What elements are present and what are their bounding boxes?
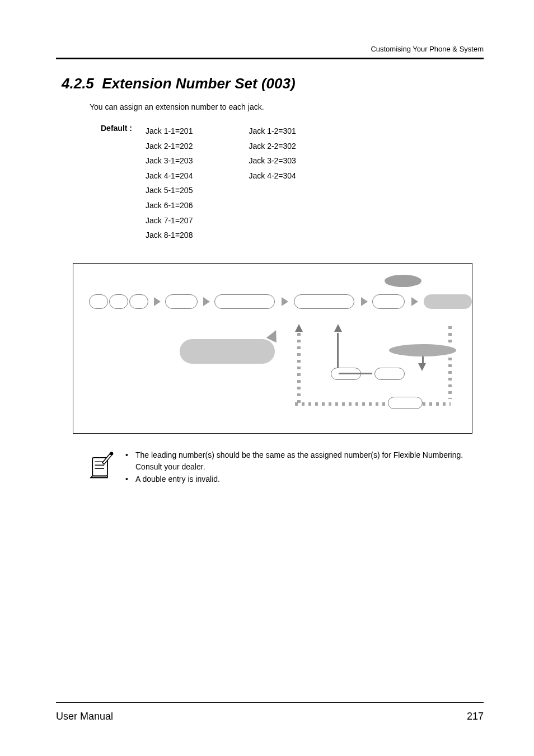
svg-point-4 bbox=[110, 452, 113, 455]
arrow-right-icon bbox=[203, 297, 210, 306]
arrow-right-icon bbox=[361, 297, 368, 306]
key-shape-large bbox=[180, 339, 275, 364]
defaults-col-1: Jack 1-1=201 Jack 2-1=202 Jack 3-1=203 J… bbox=[146, 124, 193, 243]
default-item: Jack 2-2=302 bbox=[249, 139, 296, 154]
dotted-line-vertical bbox=[448, 358, 452, 399]
key-shape bbox=[294, 294, 354, 309]
down-arrow-icon bbox=[418, 363, 426, 371]
header-breadcrumb: Customising Your Phone & System bbox=[56, 45, 484, 53]
note-text: A double entry is invalid. bbox=[135, 473, 220, 486]
section-intro: You can assign an extension number to ea… bbox=[90, 102, 484, 111]
up-arrow-icon bbox=[334, 324, 342, 332]
ellipse-shape bbox=[389, 344, 456, 356]
default-item: Jack 5-1=205 bbox=[146, 183, 193, 198]
key-shape bbox=[165, 294, 198, 309]
key-shape bbox=[424, 294, 472, 309]
section-title-text: Extension Number Set (003) bbox=[102, 75, 295, 92]
footer-title: User Manual bbox=[56, 711, 113, 722]
key-shape bbox=[374, 368, 405, 380]
section-heading: 4.2.5 Extension Number Set (003) bbox=[62, 75, 484, 92]
default-item: Jack 1-2=301 bbox=[249, 124, 296, 139]
key-shape bbox=[214, 294, 275, 309]
defaults-block: Default : Jack 1-1=201 Jack 2-1=202 Jack… bbox=[101, 124, 484, 243]
defaults-col-2: Jack 1-2=301 Jack 2-2=302 Jack 3-2=303 J… bbox=[249, 124, 296, 243]
footer-rule bbox=[56, 702, 484, 703]
key-shape bbox=[109, 294, 128, 309]
dotted-line-horizontal bbox=[423, 402, 451, 406]
bullet-icon: • bbox=[125, 473, 129, 486]
header-rule bbox=[56, 58, 484, 59]
section-number: 4.2.5 bbox=[62, 75, 94, 92]
key-shape bbox=[89, 294, 108, 309]
page-footer: User Manual 217 bbox=[56, 702, 484, 722]
dotted-line-vertical bbox=[297, 333, 301, 406]
default-item: Jack 3-1=203 bbox=[146, 153, 193, 168]
defaults-label: Default : bbox=[101, 124, 146, 243]
note-item: • A double entry is invalid. bbox=[125, 473, 484, 486]
notes-list: • The leading number(s) should be the sa… bbox=[125, 449, 484, 486]
default-item: Jack 3-2=303 bbox=[249, 153, 296, 168]
h-line bbox=[339, 373, 372, 374]
vertical-line bbox=[337, 333, 339, 370]
arrow-right-icon bbox=[154, 297, 161, 306]
arrow-right-icon bbox=[282, 297, 288, 306]
bullet-icon: • bbox=[125, 449, 129, 473]
default-item: Jack 7-1=207 bbox=[146, 213, 193, 228]
default-item: Jack 6-1=206 bbox=[146, 198, 193, 213]
procedure-diagram bbox=[73, 263, 472, 434]
up-arrow-icon bbox=[295, 324, 303, 332]
default-item: Jack 4-1=204 bbox=[146, 168, 193, 184]
key-shape bbox=[372, 294, 405, 309]
key-shape bbox=[129, 294, 148, 309]
page-number: 217 bbox=[467, 711, 484, 722]
note-pencil-icon bbox=[90, 449, 115, 486]
key-shape bbox=[388, 397, 423, 409]
default-item: Jack 1-1=201 bbox=[146, 124, 193, 139]
note-text: The leading number(s) should be the same… bbox=[135, 449, 484, 473]
default-item: Jack 2-1=202 bbox=[146, 139, 193, 154]
ellipse-shape bbox=[385, 275, 421, 287]
default-item: Jack 8-1=208 bbox=[146, 228, 193, 243]
dotted-line-vertical bbox=[448, 326, 452, 343]
arrow-right-icon bbox=[411, 297, 418, 306]
note-item: • The leading number(s) should be the sa… bbox=[125, 449, 484, 473]
notes-block: • The leading number(s) should be the sa… bbox=[90, 449, 484, 486]
default-item: Jack 4-2=304 bbox=[249, 168, 296, 184]
dotted-line-horizontal bbox=[295, 402, 388, 406]
